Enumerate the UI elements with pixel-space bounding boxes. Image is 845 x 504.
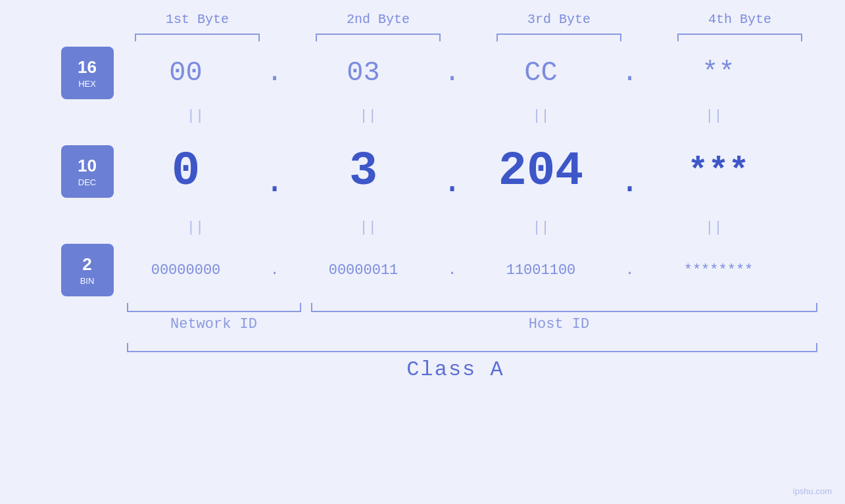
hex-dot1-val: . [266,47,283,99]
wide-bracket [127,343,817,352]
dec-badge: 10 DEC [61,145,114,198]
bin-dot2-val: . [448,244,456,296]
hex-row: 16 HEX 00 . 03 . CC [61,47,785,99]
bin-b4-col: ******** [646,244,791,296]
bracket-gap [301,303,311,312]
hex-dot1: . [258,47,291,99]
eq-2-b2: || [298,219,439,236]
dec-b1: 0 [172,132,200,211]
bin-row: 2 BIN 00000000 . 00000011 . 11001100 [61,244,785,296]
hex-badge-sub: HEX [78,79,96,89]
hex-dot3: . [614,47,646,99]
top-brackets [107,34,831,41]
byte1-header: 1st Byte [125,12,270,27]
bracket-3 [496,34,621,41]
hex-b1-col: 00 [114,47,258,99]
bin-b3-col: 11001100 [469,244,614,296]
dec-b2-col: 3 [291,132,436,211]
class-label: Class A [406,357,504,382]
wide-bracket-row [127,343,817,352]
eq-2-b4: || [643,219,784,236]
eq-1-b3: || [471,108,612,124]
dec-b4: *** [688,132,750,211]
dec-b4-col: *** [646,132,791,211]
bottom-labels: Network ID Host ID [127,316,817,332]
eq-row-1: || || || || [61,99,785,132]
bin-badge-cell: 2 BIN [61,244,114,296]
hex-badge-number: 16 [78,57,97,78]
main-container: 1st Byte 2nd Byte 3rd Byte 4th Byte 16 H… [0,0,845,504]
hex-b2: 03 [347,47,379,99]
bin-b2: 00000011 [329,244,398,296]
bin-b1: 00000000 [151,244,221,296]
rows-wrapper: 16 HEX 00 . 03 . CC [61,47,785,382]
hex-b4: ** [702,47,735,99]
dec-b3-col: 204 [469,132,614,211]
dec-dot2: . [436,132,469,211]
bin-dot2: . [436,244,469,296]
bin-badge-sub: BIN [80,276,95,286]
hex-dot3-val: . [621,47,638,99]
bin-b4: ******** [684,244,754,296]
dec-badge-number: 10 [78,156,97,176]
dec-dot2-val: . [442,132,462,211]
hex-dot2-val: . [444,47,460,99]
hex-b2-col: 03 [291,47,436,99]
eq-1-b1: || [125,108,266,124]
dec-b3: 204 [498,132,584,211]
bin-data: 00000000 . 00000011 . 11001100 . [114,244,791,296]
eq-row-2: || || || || [61,211,785,244]
dec-data: 0 . 3 . 204 . *** [114,132,791,211]
dec-badge-cell: 10 DEC [61,145,114,198]
dec-dot3-val: . [619,132,640,211]
hex-b3-col: CC [469,47,614,99]
bin-b2-col: 00000011 [291,244,436,296]
bottom-brackets [127,303,817,312]
eq-2-b1: || [125,219,266,236]
bin-b1-col: 00000000 [114,244,258,296]
byte2-header: 2nd Byte [306,12,450,27]
dec-dot1: . [258,132,291,211]
bin-badge: 2 BIN [61,244,114,296]
eq-1-b4: || [643,108,784,124]
class-label-row: Class A [127,357,785,382]
bin-badge-number: 2 [82,254,91,275]
dec-badge-sub: DEC [78,177,96,187]
bin-b3: 11001100 [506,244,576,296]
byte4-header: 4th Byte [667,12,812,27]
byte3-header: 3rd Byte [487,12,631,27]
bin-dot1: . [258,244,291,296]
bin-dot3-val: . [625,244,634,296]
bracket-4 [677,34,802,41]
hex-b4-col: ** [646,47,791,99]
byte-headers: 1st Byte 2nd Byte 3rd Byte 4th Byte [107,12,831,27]
bottom-bracket-area: Network ID Host ID Class A [127,303,785,382]
dec-dot3: . [614,132,646,211]
bracket-2 [316,34,441,41]
dec-dot1-val: . [264,132,285,211]
eq-1-b2: || [298,108,439,124]
hex-b1: 00 [169,47,202,99]
network-id-label: Network ID [127,316,301,332]
eq-2-b3: || [471,219,612,236]
bin-dot3: . [614,244,646,296]
dec-row: 10 DEC 0 . 3 . 204 [61,132,785,211]
hex-badge: 16 HEX [61,47,114,99]
hex-data: 00 . 03 . CC . ** [114,47,791,99]
host-id-label: Host ID [301,316,817,332]
bracket-1 [135,34,260,41]
hex-badge-cell: 16 HEX [61,47,114,99]
dec-b2: 3 [349,132,377,211]
watermark: ipshu.com [793,486,832,496]
hex-b3: CC [524,47,557,99]
hex-dot2: . [436,47,469,99]
net-bracket [127,303,301,312]
dec-b1-col: 0 [114,132,258,211]
host-bracket [311,303,817,312]
bin-dot1-val: . [270,244,279,296]
